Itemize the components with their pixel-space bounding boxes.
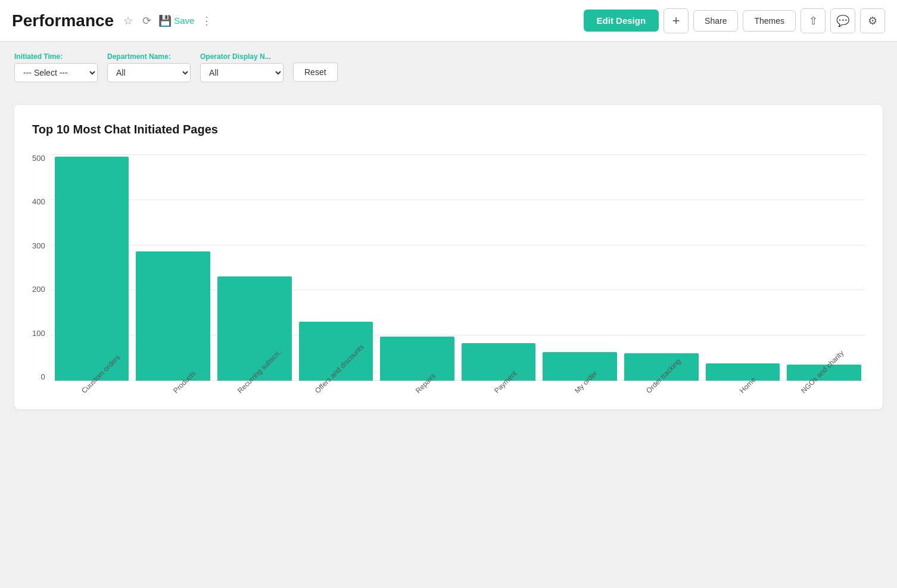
x-label-col: NGOs and charity [784, 387, 865, 397]
share-button[interactable]: Share [693, 10, 738, 32]
bars-container [51, 154, 865, 381]
bar-column [458, 154, 540, 381]
bar-column [539, 154, 621, 381]
save-icon: 💾 [158, 14, 172, 27]
settings-icon[interactable]: ⚙ [860, 8, 885, 33]
chart-card: Top 10 Most Chat Initiated Pages 0100200… [14, 105, 883, 409]
x-axis: Cuustom ordersProductsRecurring subscri.… [32, 387, 865, 397]
x-label-col: Payment [463, 387, 544, 397]
operator-display-group: Operator Display N... All [200, 52, 284, 82]
bar[interactable] [543, 352, 617, 381]
main-content: Top 10 Most Chat Initiated Pages 0100200… [0, 93, 897, 421]
refresh-icon[interactable]: ⟳ [140, 12, 154, 30]
edit-design-button[interactable]: Edit Design [584, 10, 659, 32]
operator-display-label: Operator Display N... [200, 52, 284, 61]
x-label-col: Products [142, 387, 223, 397]
bar-column [783, 154, 865, 381]
x-label-col: Order tracking [624, 387, 705, 397]
x-label-col: Recurring subscri.. [223, 387, 303, 397]
department-name-select[interactable]: All [107, 63, 191, 82]
initiated-time-group: Initiated Time: --- Select --- [14, 52, 98, 82]
header: Performance ☆ ⟳ 💾 Save ⋮ Edit Design + S… [0, 0, 897, 42]
y-axis-label: 500 [32, 154, 45, 162]
filter-bar: Initiated Time: --- Select --- Departmen… [0, 42, 897, 93]
y-axis-label: 200 [32, 285, 45, 293]
x-label-col: Repairs [383, 387, 463, 397]
initiated-time-label: Initiated Time: [14, 52, 98, 61]
chart-area: 0100200300400500 [32, 154, 865, 381]
bar-column [376, 154, 458, 381]
chart-title: Top 10 Most Chat Initiated Pages [32, 123, 865, 136]
bar-column [295, 154, 377, 381]
bar[interactable] [136, 251, 210, 381]
y-axis-label: 0 [32, 373, 45, 381]
y-axis: 0100200300400500 [32, 154, 45, 381]
bar-column [51, 154, 133, 381]
add-button[interactable]: + [664, 8, 689, 33]
header-icon-group: ☆ ⟳ 💾 Save ⋮ [121, 12, 214, 30]
x-label-col: Cuustom orders [62, 387, 142, 397]
chart-plot [51, 154, 865, 381]
bar[interactable] [462, 343, 536, 381]
comment-icon[interactable]: 💬 [830, 8, 855, 33]
operator-display-select[interactable]: All [200, 63, 284, 82]
department-name-group: Department Name: All [107, 52, 191, 82]
bar-column [214, 154, 295, 381]
bar[interactable] [55, 157, 129, 381]
x-label-col: My order [544, 387, 624, 397]
department-name-label: Department Name: [107, 52, 191, 61]
save-button[interactable]: 💾 Save [158, 14, 194, 27]
more-options-icon[interactable]: ⋮ [199, 12, 214, 30]
y-axis-label: 400 [32, 198, 45, 206]
reset-button[interactable]: Reset [293, 63, 338, 82]
bar[interactable] [380, 337, 454, 381]
y-axis-label: 100 [32, 329, 45, 337]
themes-button[interactable]: Themes [743, 10, 796, 32]
bar-column [702, 154, 784, 381]
bar[interactable] [706, 363, 780, 381]
favorite-icon[interactable]: ☆ [121, 12, 135, 30]
initiated-time-select[interactable]: --- Select --- [14, 63, 98, 82]
export-icon[interactable]: ⇧ [801, 8, 826, 33]
bar-column [132, 154, 214, 381]
header-actions: Edit Design + Share Themes ⇧ 💬 ⚙ [584, 8, 885, 33]
page-title: Performance [12, 11, 114, 30]
bar[interactable] [217, 276, 292, 381]
x-label-col: Offers and discounts [303, 387, 383, 397]
x-label-col: Home [704, 387, 784, 397]
bar-column [621, 154, 702, 381]
y-axis-label: 300 [32, 242, 45, 250]
